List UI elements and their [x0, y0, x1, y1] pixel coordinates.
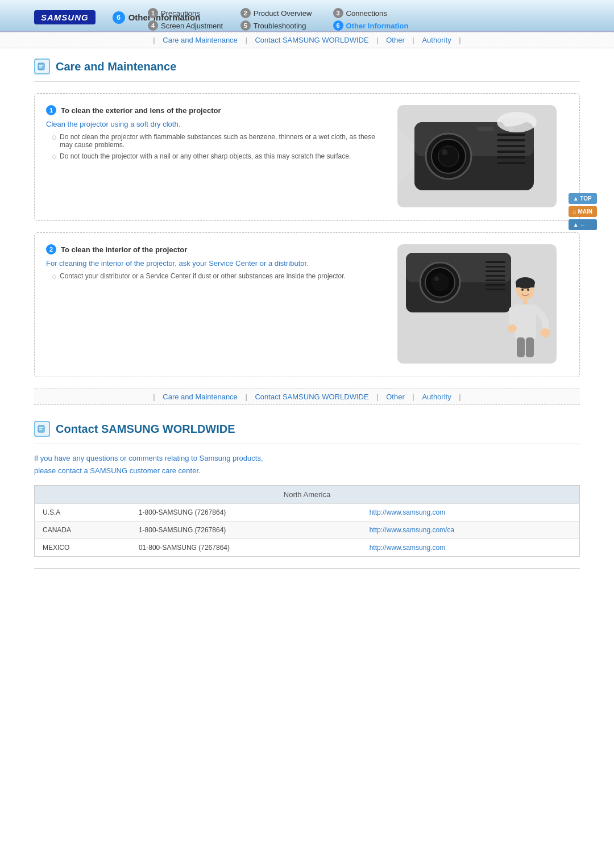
nav-label-6: Other Information — [346, 22, 409, 30]
care-block-2-title: To clean the interior of the projector — [61, 245, 187, 254]
subnav-middle: | Care and Maintenance | Contact SAMSUNG… — [34, 389, 580, 405]
nav-item-precautions[interactable]: 1 Precautions — [148, 8, 223, 18]
care-block-1-text: 1 To clean the exterior and lens of the … — [46, 105, 386, 160]
subnav-mid-contact[interactable]: Contact SAMSUNG WORLDWIDE — [255, 393, 368, 401]
pipe-4: | — [412, 36, 414, 44]
svg-rect-29 — [486, 279, 505, 281]
svg-point-35 — [521, 289, 524, 291]
care-block-1-heading: 1 To clean the exterior and lens of the … — [46, 105, 386, 115]
nav-num-5: 5 — [240, 20, 251, 31]
pipe-m1: | — [153, 393, 155, 401]
svg-rect-10 — [497, 145, 525, 147]
url-usa[interactable]: http://www.samsung.com — [362, 504, 580, 521]
care-block-1-subheading: Clean the projector using a soft dry clo… — [46, 120, 386, 128]
svg-point-23 — [431, 273, 449, 291]
svg-rect-27 — [486, 270, 505, 272]
care-block-2-subheading: For cleaning the interior of the project… — [46, 259, 386, 268]
pipe-3: | — [376, 36, 378, 44]
nav-label-4: Screen Adjustment — [161, 22, 223, 30]
nav-label-5: Troubleshooting — [254, 22, 306, 30]
nav-item-screen-adjustment[interactable]: 4 Screen Adjustment — [148, 20, 223, 31]
care-block-2-image — [397, 244, 568, 365]
care-section-title: Care and Maintenance — [56, 60, 176, 73]
page-header: SAMSUNG 6 Other Information 1 Precaution… — [0, 0, 614, 32]
svg-rect-37 — [523, 299, 528, 304]
svg-rect-31 — [486, 289, 505, 290]
pipe-m3: | — [376, 393, 378, 401]
care-block-1-bullet-2-text: Do not touch the projector with a nail o… — [60, 152, 351, 160]
care-block-2-text: 2 To clean the interior of the projector… — [46, 244, 386, 280]
nav-item-product-overview[interactable]: 2 Product Overview — [240, 8, 316, 18]
subnav-care[interactable]: Care and Maintenance — [163, 36, 238, 44]
bullet-diamond-2: ◇ — [52, 153, 56, 160]
pipe-2: | — [245, 36, 247, 44]
care-block-1-num: 1 — [46, 105, 56, 115]
main-content: Care and Maintenance 1 To clean the exte… — [0, 48, 614, 585]
country-usa: U.S.A — [35, 504, 131, 521]
pipe-m4: | — [412, 393, 414, 401]
svg-rect-28 — [486, 275, 505, 277]
svg-rect-13 — [497, 162, 525, 164]
nav-item-troubleshooting[interactable]: 5 Troubleshooting — [240, 20, 316, 31]
svg-rect-43 — [526, 337, 534, 357]
projector-svg-1 — [397, 105, 557, 207]
subnav-mid-other[interactable]: Other — [386, 393, 405, 401]
svg-rect-9 — [497, 139, 525, 141]
care-block-1-image — [397, 105, 568, 209]
prev-button[interactable]: ▲ ← — [569, 219, 597, 230]
subnav-mid-care[interactable]: Care and Maintenance — [163, 393, 238, 401]
phone-canada: 1-800-SAMSUNG (7267864) — [131, 521, 362, 539]
care-block-2-bullet-1: ◇ Contact your distributor or a Service … — [52, 272, 386, 280]
pipe-1: | — [153, 36, 155, 44]
nav-num-1: 1 — [148, 8, 158, 18]
current-section-num: 6 — [113, 11, 125, 24]
samsung-logo: SAMSUNG — [34, 10, 96, 24]
care-block-1-bullet-1-text: Do not clean the projector with flammabl… — [60, 133, 386, 149]
contact-section-title: Contact SAMSUNG WORLDWIDE — [56, 423, 235, 436]
subnav-other[interactable]: Other — [386, 36, 405, 44]
svg-rect-25 — [486, 261, 505, 263]
url-canada[interactable]: http://www.samsung.com/ca — [362, 521, 580, 539]
subnav-top: | Care and Maintenance | Contact SAMSUNG… — [0, 32, 614, 48]
projector-svg-2 — [397, 244, 557, 364]
nav-grid: 1 Precautions 2 Product Overview 3 Conne… — [148, 8, 408, 31]
subnav-contact[interactable]: Contact SAMSUNG WORLDWIDE — [255, 36, 368, 44]
nav-num-4: 4 — [148, 20, 158, 31]
svg-rect-11 — [497, 151, 525, 153]
care-block-2: 2 To clean the interior of the projector… — [34, 232, 580, 377]
main-button[interactable]: ⌂ MAIN — [569, 206, 597, 217]
care-block-2-bullet-1-text: Contact your distributor or a Service Ce… — [60, 272, 346, 280]
care-icon — [34, 59, 50, 74]
contact-intro: If you have any questions or comments re… — [34, 452, 580, 477]
svg-rect-39 — [509, 307, 516, 327]
country-mexico: MEXICO — [35, 539, 131, 557]
care-block-1-bullet-1: ◇ Do not clean the projector with flamma… — [52, 133, 386, 149]
table-row: U.S.A 1-800-SAMSUNG (7267864) http://www… — [35, 504, 580, 521]
subnav-mid-authority[interactable]: Authority — [422, 393, 451, 401]
svg-rect-8 — [497, 133, 525, 136]
phone-usa: 1-800-SAMSUNG (7267864) — [131, 504, 362, 521]
care-block-1-bullet-2: ◇ Do not touch the projector with a nail… — [52, 152, 386, 160]
table-row: CANADA 1-800-SAMSUNG (7267864) http://ww… — [35, 521, 580, 539]
top-button[interactable]: ▲ TOP — [569, 193, 597, 204]
svg-point-7 — [442, 149, 447, 155]
svg-rect-14 — [477, 127, 494, 131]
care-block-2-heading: 2 To clean the interior of the projector — [46, 244, 386, 254]
url-mexico[interactable]: http://www.samsung.com — [362, 539, 580, 557]
svg-rect-30 — [486, 284, 505, 286]
care-block-2-num: 2 — [46, 244, 56, 254]
nav-item-connections[interactable]: 3 Connections — [333, 8, 409, 18]
svg-rect-0 — [38, 63, 44, 70]
contact-icon — [34, 421, 50, 437]
svg-point-40 — [508, 324, 517, 332]
svg-rect-26 — [486, 266, 505, 268]
nav-item-other-information[interactable]: 6 Other Information — [333, 20, 409, 31]
care-block-1-title: To clean the exterior and lens of the pr… — [61, 106, 221, 115]
bullet-diamond-1: ◇ — [52, 133, 56, 141]
subnav-authority[interactable]: Authority — [422, 36, 451, 44]
phone-mexico: 01-800-SAMSUNG (7267864) — [131, 539, 362, 557]
page-footer — [34, 568, 580, 585]
care-block-1: 1 To clean the exterior and lens of the … — [34, 93, 580, 221]
table-row: MEXICO 01-800-SAMSUNG (7267864) http://w… — [35, 539, 580, 557]
pipe-m5: | — [459, 393, 460, 401]
